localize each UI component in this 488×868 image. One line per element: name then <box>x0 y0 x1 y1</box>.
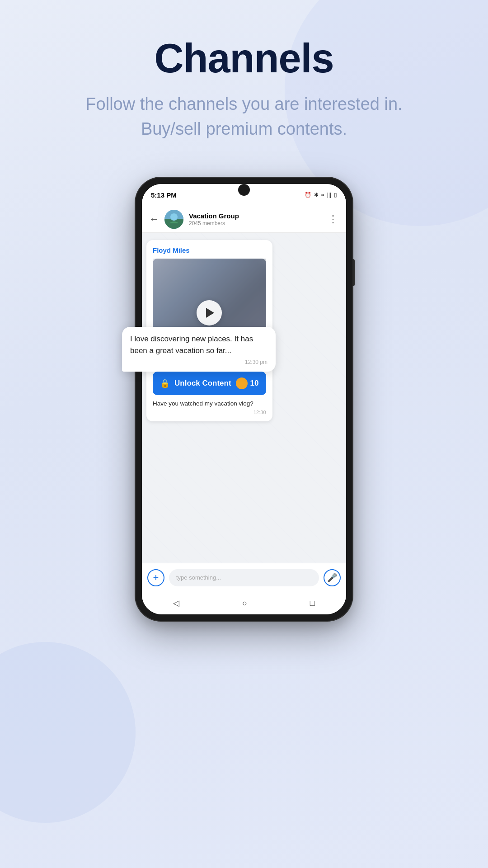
sender-name: Floyd Miles <box>153 246 266 254</box>
floating-message-bubble: I love discovering new places. It has be… <box>122 327 276 372</box>
app-header: ← Vacation Group 2045 members ⋮ <box>142 206 346 233</box>
phone-frame: 5:13 PM ⏰ ✱ ≈ ||| ▯ ← <box>136 178 352 621</box>
card-time: 12:30 <box>153 410 266 415</box>
lock-icon: 🔒 <box>160 378 170 388</box>
add-attachment-button[interactable]: + <box>147 569 164 586</box>
nav-home-icon[interactable]: ○ <box>242 599 247 608</box>
input-bar: + type something... 🎤 <box>142 563 346 592</box>
battery-icon: ▯ <box>334 192 337 198</box>
card-caption: Have you watched my vacation vlog? <box>153 400 266 408</box>
wifi-icon: ≈ <box>321 192 324 198</box>
group-info: Vacation Group 2045 members <box>189 212 323 226</box>
group-avatar <box>164 210 183 229</box>
voice-message-button[interactable]: 🎤 <box>324 569 341 586</box>
bluetooth-icon: ✱ <box>314 192 319 198</box>
alarm-icon: ⏰ <box>305 192 311 198</box>
page-title: Channels <box>85 36 402 81</box>
coin-icon <box>236 377 248 389</box>
mic-icon: 🎤 <box>327 573 337 583</box>
status-time: 5:13 PM <box>151 191 177 199</box>
bg-decoration-2 <box>0 642 136 823</box>
more-options-button[interactable]: ⋮ <box>328 213 339 225</box>
phone-notch <box>238 184 250 196</box>
android-nav-bar: ◁ ○ □ <box>142 592 346 614</box>
plus-icon: + <box>153 572 159 584</box>
signal-icon: ||| <box>327 192 331 198</box>
unlock-content-button[interactable]: 🔒 Unlock Content 10 <box>153 372 266 395</box>
unlock-button-label: Unlock Content <box>174 379 231 388</box>
group-name: Vacation Group <box>189 212 323 220</box>
back-button[interactable]: ← <box>149 213 159 225</box>
coin-badge: 10 <box>236 377 259 389</box>
floating-message-time: 12:30 pm <box>130 359 267 365</box>
chat-area: Floyd Miles 🔒 Unlock Content <box>142 233 346 563</box>
nav-back-icon[interactable]: ◁ <box>173 598 179 608</box>
phone-screen: 5:13 PM ⏰ ✱ ≈ ||| ▯ ← <box>142 184 346 614</box>
group-members: 2045 members <box>189 220 323 226</box>
nav-recents-icon[interactable]: □ <box>310 599 315 608</box>
header-section: Channels Follow the channels you are int… <box>58 0 429 164</box>
phone-mockup: I love discovering new places. It has be… <box>136 178 352 621</box>
floating-message-text: I love discovering new places. It has be… <box>130 333 267 356</box>
status-icons: ⏰ ✱ ≈ ||| ▯ <box>305 192 337 198</box>
coin-amount: 10 <box>250 379 259 388</box>
play-icon <box>206 308 214 318</box>
svg-point-2 <box>170 213 178 221</box>
message-input[interactable]: type something... <box>169 569 319 586</box>
page-subtitle: Follow the channels you are interested i… <box>85 92 402 142</box>
input-placeholder: type something... <box>176 574 221 581</box>
